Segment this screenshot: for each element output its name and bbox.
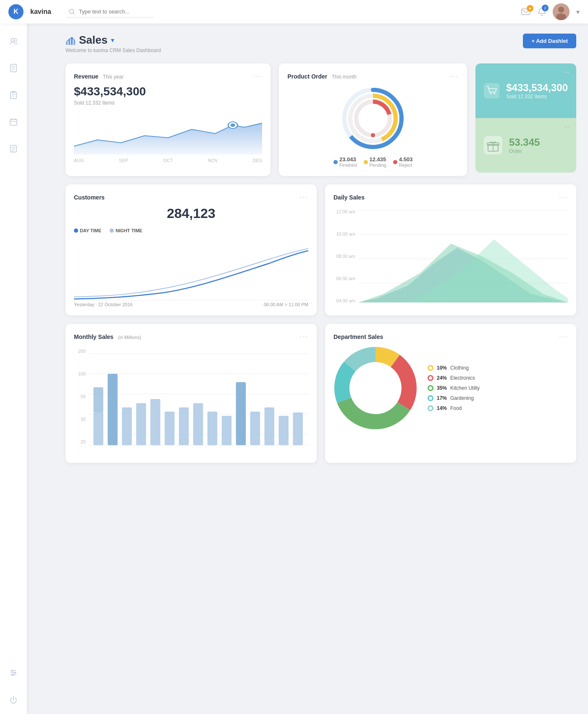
- search-input[interactable]: [66, 6, 154, 18]
- customers-legend: DAY TIME NIGHT TIME: [74, 228, 308, 233]
- svg-rect-81: [279, 416, 289, 445]
- main-content: Sales ▾ Welcome to kavina CRM Sales Dash…: [54, 24, 588, 714]
- dept-clothing: 10% Clothing: [428, 365, 480, 371]
- teal-card-menu[interactable]: ···: [564, 68, 570, 76]
- donut-chart: [339, 85, 407, 152]
- finished-value: 23.043: [339, 156, 357, 163]
- svg-rect-71: [136, 403, 146, 445]
- teal-sub: Sold 12.332 Items: [506, 94, 568, 100]
- teal-amount: $433,534,300: [506, 82, 568, 94]
- pending-label: Pending: [370, 163, 386, 168]
- svg-rect-49: [484, 83, 499, 98]
- clothing-label: Clothing: [450, 365, 469, 371]
- sidebar-item-documents[interactable]: [6, 60, 21, 76]
- dept-sales-menu[interactable]: ···: [559, 332, 568, 341]
- legend-pending: 12.435 Pending: [364, 156, 386, 168]
- document-icon: [10, 63, 17, 73]
- search-wrap: [66, 6, 201, 18]
- gardening-pct: 17%: [437, 395, 447, 401]
- nighttime-label: NIGHT TIME: [116, 228, 142, 233]
- customers-number: 284,123: [74, 206, 308, 221]
- y-label-4: 06:00 am: [333, 276, 355, 281]
- svg-rect-36: [71, 37, 73, 45]
- gardening-dot: [428, 395, 433, 401]
- finished-label: Finished: [339, 163, 357, 168]
- sidebar-item-clipboard[interactable]: [6, 87, 21, 102]
- revenue-menu[interactable]: ···: [253, 72, 262, 81]
- dept-sales-card: Department Sales ···: [325, 324, 576, 463]
- right-cards: ··· $433,534,300 Sold 12.332 Items ···: [475, 63, 576, 176]
- cart-icon: [484, 81, 499, 100]
- svg-point-39: [231, 123, 235, 127]
- customers-title: Customers: [74, 194, 105, 201]
- monthly-sales-header: Monthly Sales (in Millions) ···: [74, 332, 308, 341]
- kitchen-pct: 35%: [437, 385, 447, 391]
- sliders-icon: [9, 669, 18, 677]
- sidebar-item-users[interactable]: [6, 34, 21, 49]
- svg-point-48: [371, 133, 375, 137]
- teal-revenue-card: ··· $433,534,300 Sold 12.332 Items: [475, 63, 576, 118]
- customers-time: 06:00 AM > 11:00 PM: [264, 302, 308, 307]
- svg-point-47: [394, 116, 398, 121]
- daily-sales-chart-wrap: 12:00 am 10:00 am 08:00 am 06:00 am 04:0…: [333, 206, 568, 307]
- svg-rect-78: [236, 382, 246, 445]
- svg-point-29: [11, 670, 13, 672]
- product-order-menu[interactable]: ···: [450, 72, 459, 81]
- sidebar-item-power[interactable]: [6, 692, 21, 707]
- svg-rect-67: [93, 412, 103, 445]
- sidebar-item-calendar[interactable]: [6, 114, 21, 129]
- bell-notif[interactable]: 2: [538, 7, 546, 16]
- customers-header: Customers ···: [74, 193, 308, 202]
- monthly-y-labels: 200 100 50 30 20: [74, 345, 89, 454]
- revenue-sub: Sold 12.332 Items: [74, 100, 262, 106]
- bell-badge: 2: [542, 5, 549, 11]
- row-3: Monthly Sales (in Millions) ··· 200 100 …: [66, 324, 576, 463]
- sidebar-item-settings[interactable]: [6, 665, 21, 680]
- svg-rect-37: [74, 40, 75, 45]
- daily-sales-menu[interactable]: ···: [559, 193, 568, 202]
- green-amount: 53.345: [509, 136, 540, 148]
- svg-rect-80: [265, 407, 274, 445]
- customers-footer: Yesterday · 22 October 2016 06:00 AM > 1…: [74, 302, 308, 307]
- add-dashlet-button[interactable]: + Add Dashlet: [523, 34, 576, 48]
- reject-value: 4.503: [399, 156, 413, 163]
- daytime-dot: [74, 228, 78, 233]
- clothing-dot: [428, 365, 433, 371]
- customers-menu[interactable]: ···: [299, 193, 308, 202]
- sales-chart-icon: [66, 36, 76, 45]
- sidebar-item-notes[interactable]: [6, 141, 21, 156]
- product-order-header: Product Order This month ···: [287, 72, 459, 81]
- page-title-section: Sales ▾ Welcome to kavina CRM Sales Dash…: [66, 34, 161, 53]
- revenue-chart: [74, 113, 262, 155]
- nighttime-dot: [110, 228, 114, 233]
- kitchen-dot: [428, 385, 433, 391]
- green-card-menu[interactable]: ···: [564, 123, 570, 131]
- clipboard-icon: [10, 90, 17, 100]
- page-title: Sales: [79, 34, 108, 47]
- reject-dot: [393, 160, 397, 164]
- nighttime-legend: NIGHT TIME: [110, 228, 142, 233]
- user-avatar[interactable]: [553, 3, 570, 20]
- electronics-pct: 24%: [437, 375, 447, 381]
- kitchen-label: Kitchen Utilty: [450, 385, 480, 391]
- revenue-area-chart: [74, 113, 262, 155]
- user-chevron[interactable]: ▾: [576, 8, 580, 16]
- search-icon: [69, 9, 75, 15]
- dept-electronics: 24% Electronics: [428, 375, 480, 381]
- daily-y-labels: 12:00 am 10:00 am 08:00 am 06:00 am 04:0…: [333, 206, 359, 307]
- y-label-1: 12:00 am: [333, 209, 355, 214]
- revenue-chart-labels: AUG SEP OCT NOV DES: [74, 158, 262, 163]
- monthly-sales-menu[interactable]: ···: [299, 332, 308, 341]
- dept-donut-chart: [333, 346, 417, 430]
- title-dropdown[interactable]: ▾: [111, 36, 114, 44]
- svg-rect-20: [10, 119, 17, 125]
- electronics-dot: [428, 375, 433, 381]
- svg-point-11: [14, 39, 17, 41]
- svg-point-5: [556, 13, 566, 20]
- daily-sales-card: Daily Sales ··· 12:00 am 10:00 am 08:00 …: [325, 184, 576, 315]
- food-label: Food: [450, 405, 462, 411]
- revenue-card-header: Revenue This year ···: [74, 72, 262, 81]
- mail-notif[interactable]: ●: [521, 8, 531, 16]
- svg-rect-68: [93, 387, 103, 412]
- row-2: Customers ··· 284,123 DAY TIME NIGHT TIM…: [66, 184, 576, 315]
